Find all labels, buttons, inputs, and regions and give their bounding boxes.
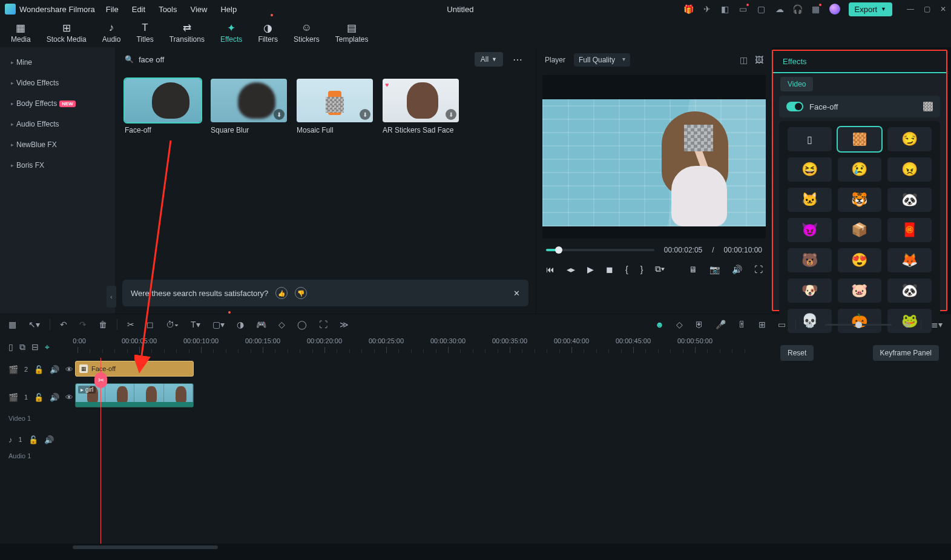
tl-undo-button[interactable]: ↶ [60,320,67,329]
video-clip-girl[interactable]: ▸girl [75,383,194,407]
ribbon-media[interactable]: ▦Media [11,22,31,44]
tl-mixer-button[interactable]: 🎚 [738,320,746,329]
menu-help[interactable]: Help [220,5,237,14]
player-fullscreen-button[interactable]: ⛶ [754,265,763,274]
tl-delete-button[interactable]: 🗑 [99,320,107,329]
zoom-in-button[interactable]: ⊕ [904,320,911,329]
effect-mosaic-full[interactable]: ⬇ Mosaic Full [297,79,373,134]
player-volume-button[interactable]: 🔊 [732,265,742,274]
face-option[interactable]: 🐶 [788,278,832,303]
player-markin-button[interactable]: { [625,265,628,274]
thumbs-down-button[interactable]: 👎 [295,287,307,299]
face-option[interactable]: 🐼 [887,278,932,303]
face-option[interactable]: 🦊 [887,248,932,272]
face-option[interactable]: 🐼 [887,188,932,212]
thumbs-up-button[interactable]: 👍 [275,287,288,299]
tl-speed-button[interactable]: ⏱▾ [166,320,179,329]
face-upload-button[interactable]: ▯ [788,127,832,151]
playhead[interactable]: ✂ [100,358,101,544]
face-option[interactable]: 😏 [887,127,932,151]
tl-lefticon1[interactable]: ▯ [8,342,13,352]
ribbon-filters[interactable]: ◑Filters [258,22,278,44]
window-maximize[interactable]: ▢ [924,5,930,13]
menu-file[interactable]: File [106,5,119,14]
ribbon-titles[interactable]: TTitles [136,22,153,44]
tl-color-button[interactable]: ◑ [237,320,244,329]
fx-clip-faceoff[interactable]: ▦ Face-off [75,361,194,377]
cloud-icon[interactable]: ☁ [775,4,785,14]
player-display-button[interactable]: 🖥 [689,265,697,274]
face-option[interactable]: 🐯 [838,188,882,212]
playhead-scissor[interactable]: ✂ [94,372,107,388]
mute-icon[interactable]: 🔊 [50,393,59,402]
tl-group-button[interactable]: ⊞ [758,320,766,329]
player-prev-button[interactable]: ⏮ [546,265,554,274]
menu-tools[interactable]: Tools [159,5,177,14]
player-quality-select[interactable]: Full Quality [574,53,630,67]
inspector-subtab-video[interactable]: Video [780,77,813,91]
tl-cursor-icon[interactable]: ↖▾ [28,320,40,329]
ribbon-effects[interactable]: ✦Effects [220,22,242,44]
effect-ar-sadface[interactable]: ♥⬇ AR Stickers Sad Face [383,79,459,134]
tl-list-button[interactable]: ≣▾ [931,320,943,329]
compare-icon[interactable]: ◫ [740,55,748,65]
face-option[interactable]: 📦 [838,218,882,242]
more-options-button[interactable]: ⋯ [509,54,526,65]
search-input[interactable] [139,55,469,64]
tl-lefticon3[interactable]: ⊟ [31,342,39,352]
face-option[interactable]: 😠 [887,157,932,182]
face-option[interactable]: 😈 [788,218,832,242]
ribbon-transitions[interactable]: ⇄Transitions [169,22,205,44]
tl-lefticon2[interactable]: ⧉ [19,342,25,352]
monitor-icon[interactable]: ▭ [739,4,748,14]
cat-boris[interactable]: ▸Boris FX [6,155,109,176]
snapshot-setting-icon[interactable]: 🖼 [755,55,763,65]
support-icon[interactable]: 🎧 [793,4,803,14]
player-step-back-button[interactable]: ◂▸ [567,265,575,274]
faceoff-toggle[interactable] [786,102,803,111]
cat-body-effects[interactable]: ▸Body EffectsNEW [6,93,109,114]
tl-shape-button[interactable]: ▢▾ [212,320,225,329]
tl-controller-button[interactable]: 🎮 [256,320,266,329]
mute-icon[interactable]: 🔊 [44,435,54,444]
inspector-tab-effects[interactable]: Effects [773,51,946,73]
tl-ai-button[interactable]: ☻ [655,320,664,329]
ribbon-templates[interactable]: ▤Templates [335,22,369,44]
tl-layout-icon[interactable]: ▦ [8,320,16,329]
cat-newblue[interactable]: ▸NewBlue FX [6,134,109,155]
user-avatar[interactable] [829,4,840,15]
tl-markers-button[interactable]: ◇ [676,320,683,329]
tl-split-button[interactable]: ✂ [127,320,134,329]
menu-view[interactable]: View [190,5,207,14]
collapse-sidebar-button[interactable]: ‹ [107,286,116,308]
filter-dropdown[interactable]: All▼ [475,52,503,67]
zoom-slider[interactable] [825,324,892,326]
send-icon[interactable]: ✈ [702,4,712,14]
effect-square-blur[interactable]: ⬇ Square Blur [211,79,287,134]
face-option[interactable]: 🐻 [788,248,832,272]
face-option[interactable]: 🧧 [887,218,932,242]
tl-keyframe-button[interactable]: ◇ [278,320,285,329]
face-option[interactable]: 😢 [838,157,882,182]
face-option[interactable]: 🐷 [838,278,882,303]
tl-shield-button[interactable]: ⛨ [695,320,703,329]
tl-mask-button[interactable]: ◯ [297,320,307,329]
tl-text-button[interactable]: T▾ [191,320,200,329]
cat-video-effects[interactable]: ▸Video Effects [6,73,109,93]
lock-icon[interactable]: 🔓 [34,393,44,402]
face-option[interactable]: 🐱 [788,188,832,212]
player-markout-button[interactable]: } [640,265,643,274]
tl-magnet-icon[interactable]: ⌖ [45,342,50,352]
player-play-button[interactable]: ▶ [587,265,594,274]
tl-mic-button[interactable]: 🎤 [716,320,726,329]
face-option-mosaic[interactable] [838,127,882,151]
lock-icon[interactable]: 🔓 [28,435,38,444]
gift-icon[interactable]: 🎁 [684,4,694,14]
save-icon[interactable]: ▢ [757,4,766,14]
tl-render-button[interactable]: ▭ [778,320,786,329]
tl-redo-button[interactable]: ↷ [79,320,87,329]
timeline-scrollbar[interactable] [0,544,951,551]
lock-icon[interactable]: 🔓 [34,365,44,374]
ribbon-stock[interactable]: ⊞Stock Media [47,22,87,44]
menu-edit[interactable]: Edit [132,5,145,14]
